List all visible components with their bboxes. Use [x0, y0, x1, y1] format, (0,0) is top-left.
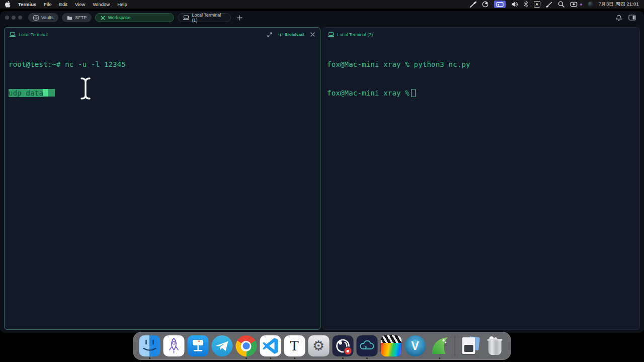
expand-pane-icon[interactable]: [267, 31, 272, 38]
close-window-button[interactable]: [5, 16, 9, 20]
dock-cloud-terminal-icon[interactable]: [356, 332, 378, 359]
hollow-cursor: [411, 89, 416, 97]
notifications-bell-icon[interactable]: [616, 15, 622, 21]
terminal-pane-icon: [10, 31, 16, 38]
desktop: Termius File Edit View Window Help A: [0, 0, 644, 362]
menu-window[interactable]: Window: [93, 2, 110, 7]
dock-termius-icon[interactable]: [163, 332, 185, 359]
broadcast-label: Broadcast: [285, 32, 304, 37]
bluetooth-icon[interactable]: [524, 1, 528, 8]
menu-edit[interactable]: Edit: [59, 2, 67, 7]
minimize-window-button[interactable]: [12, 16, 16, 20]
tab-sftp-label: SFTP: [75, 15, 87, 20]
tab-local-terminal-1[interactable]: Local Terminal (1): [178, 13, 231, 22]
screen-mirroring-icon[interactable]: [494, 1, 506, 8]
globe-icon[interactable]: [482, 1, 489, 8]
dock: T ⚙ V: [133, 332, 511, 360]
input-source-icon[interactable]: A: [534, 1, 540, 8]
left-terminal-content[interactable]: root@test:~# nc -u -l 12345 udp data: [5, 39, 320, 128]
tab-workspace-label: Workspace: [108, 15, 130, 20]
typora-letter: T: [290, 338, 298, 353]
running-indicator: [149, 357, 150, 359]
pen-icon[interactable]: [546, 1, 552, 8]
dock-v2ray-icon[interactable]: V: [404, 332, 427, 359]
camera-status-dot: [580, 4, 582, 6]
dock-wireshark-icon[interactable]: [428, 332, 451, 359]
running-indicator: [294, 357, 295, 359]
right-pane-title: Local Terminal (2): [337, 32, 373, 37]
menu-bar: Termius File Edit View Window Help A: [0, 0, 644, 9]
dock-trash-icon[interactable]: [484, 332, 506, 359]
dock-obs-icon[interactable]: [332, 332, 354, 359]
broadcast-button[interactable]: Broadcast: [278, 32, 304, 37]
left-pane-title: Local Terminal: [19, 32, 48, 37]
dock-keynote-icon[interactable]: [187, 332, 209, 359]
dock-finder-icon[interactable]: [138, 332, 161, 359]
terminal-line: fox@Mac-mini xray %: [327, 88, 635, 98]
dock-vscode-icon[interactable]: [259, 332, 282, 359]
tab-sftp[interactable]: SFTP: [62, 13, 92, 22]
dock-separator: [455, 335, 455, 356]
tab-workspace[interactable]: Workspace: [95, 13, 174, 22]
dock-documents-icon[interactable]: [459, 332, 482, 359]
menu-file[interactable]: File: [44, 2, 51, 7]
dock-system-settings-icon[interactable]: ⚙: [307, 332, 330, 359]
menu-view[interactable]: View: [75, 2, 85, 7]
dock-final-cut-pro-icon[interactable]: [380, 332, 403, 359]
sidebar-layout-toggle-icon[interactable]: [628, 15, 636, 21]
left-terminal-pane: Local Terminal Broadcast root@test:~# nc…: [4, 27, 320, 330]
terminal-line: fox@Mac-mini xray % python3 nc.py: [327, 60, 635, 69]
close-pane-icon[interactable]: [310, 31, 315, 38]
window-controls: [5, 16, 22, 20]
menubar-clock[interactable]: 7月3日 周四 21:01: [599, 1, 639, 8]
new-tab-button[interactable]: [237, 15, 243, 21]
tab-vaults-label: Vaults: [41, 15, 53, 20]
left-pane-header: Local Terminal Broadcast: [5, 28, 320, 39]
search-icon[interactable]: [558, 1, 565, 8]
gear-icon: ⚙: [312, 338, 325, 354]
running-indicator: [439, 357, 440, 359]
ibeam-mouse-cursor: [36, 67, 92, 113]
sphere-icon[interactable]: [588, 2, 593, 7]
zoom-window-button[interactable]: [18, 16, 22, 20]
folder-icon: [67, 15, 72, 21]
running-indicator: [342, 357, 344, 359]
dock-telegram-icon[interactable]: [211, 332, 233, 359]
right-pane-header: Local Terminal (2): [323, 28, 639, 39]
menu-app-name[interactable]: Termius: [18, 2, 36, 7]
tab-local-terminal-1-label: Local Terminal (1): [192, 13, 225, 23]
tab-vaults[interactable]: Vaults: [28, 13, 58, 22]
terminal-tab-icon: [183, 15, 189, 21]
dock-typora-icon[interactable]: T: [283, 332, 306, 359]
apple-menu-icon[interactable]: [5, 1, 11, 8]
running-indicator: [246, 357, 247, 359]
camera-icon[interactable]: [570, 1, 578, 8]
v2ray-letter: V: [411, 339, 419, 353]
obs-recording-badge: [343, 346, 352, 355]
stylus-icon[interactable]: [470, 1, 476, 8]
termius-window: Vaults SFTP Workspace: [0, 11, 644, 333]
close-tab-icon[interactable]: [101, 15, 105, 21]
running-indicator: [366, 357, 368, 359]
broadcast-icon: [278, 32, 283, 37]
tab-bar: Vaults SFTP Workspace: [0, 11, 644, 24]
vault-icon: [33, 15, 39, 21]
volume-icon[interactable]: [511, 1, 518, 8]
right-terminal-content[interactable]: fox@Mac-mini xray % python3 nc.py fox@Ma…: [323, 39, 639, 119]
menu-help[interactable]: Help: [117, 2, 127, 7]
terminal-pane-icon: [328, 31, 334, 38]
running-indicator: [270, 357, 271, 359]
dock-chrome-icon[interactable]: [235, 332, 258, 359]
right-terminal-pane: Local Terminal (2) fox@Mac-mini xray % p…: [323, 27, 640, 330]
